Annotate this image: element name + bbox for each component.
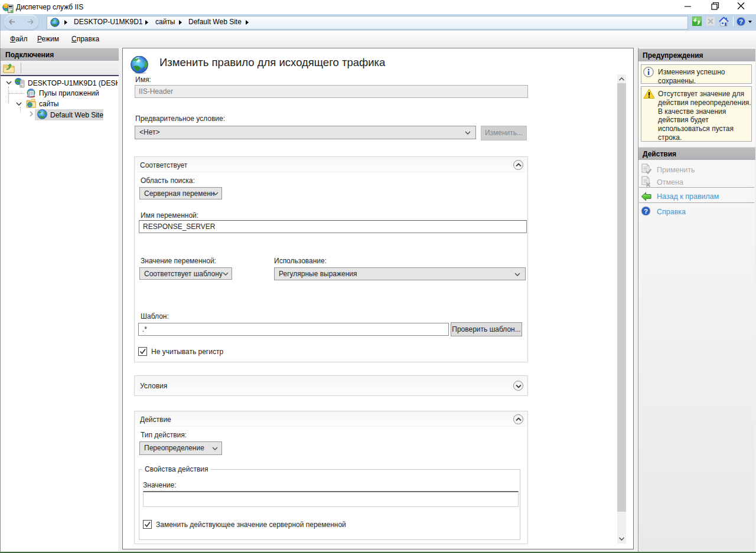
svg-text:?: ? [739, 18, 743, 25]
svg-text:?: ? [644, 208, 648, 215]
